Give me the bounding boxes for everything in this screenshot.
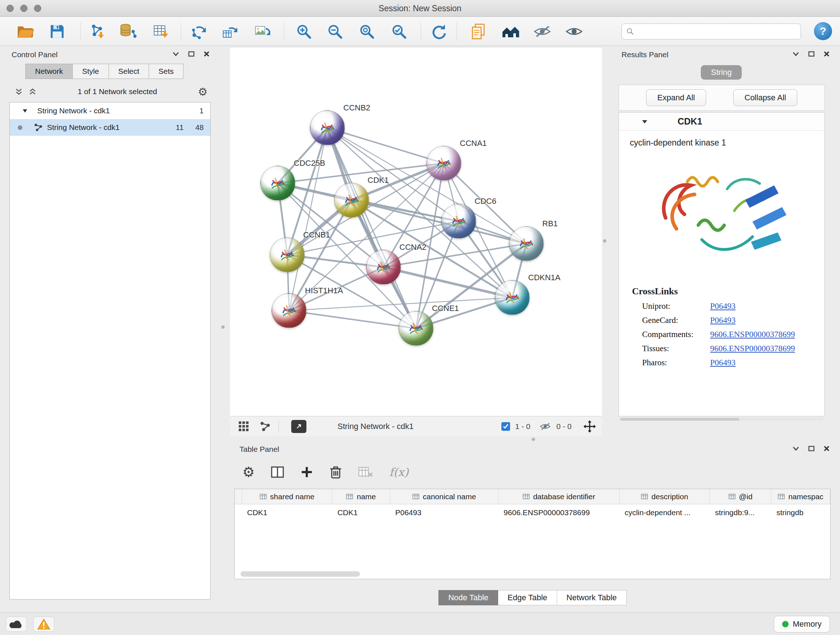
add-column-icon[interactable] (300, 466, 313, 478)
table-cell[interactable]: CDK1 (242, 504, 332, 521)
memory-button[interactable]: Memory (774, 616, 830, 632)
network-canvas[interactable]: CCNB2CCNA1CDC25BCDK1CDC6RB1CCNB1CCNA2CDK… (230, 48, 602, 416)
hide-selected-button[interactable] (532, 21, 553, 42)
network-collection-row[interactable]: String Network - cdk1 1 (10, 103, 210, 119)
column-header-shared-name[interactable]: shared name (242, 489, 332, 504)
crosslink-link[interactable]: P06493 (710, 302, 736, 311)
tab-network[interactable]: Network (25, 64, 73, 79)
network-edge[interactable] (289, 128, 327, 310)
panel-menu-chevron-icon[interactable] (792, 51, 799, 57)
birdseye-view-button[interactable] (291, 420, 306, 433)
selected-checkbox-icon[interactable] (501, 422, 510, 431)
table-cell[interactable]: stringdb:9... (710, 504, 771, 521)
network-edge[interactable] (327, 128, 416, 328)
float-panel-icon[interactable] (808, 446, 815, 451)
network-node-hist1h1a[interactable] (272, 293, 306, 328)
table-horizontal-scrollbar[interactable] (240, 571, 360, 577)
tab-style[interactable]: Style (73, 64, 109, 79)
collapse-all-button[interactable]: Collapse All (733, 89, 797, 106)
column-header-canonical-name[interactable]: canonical name (390, 489, 499, 504)
function-builder-button[interactable]: f(x) (389, 466, 409, 478)
close-panel-icon[interactable] (823, 445, 830, 452)
grid-view-icon[interactable] (238, 421, 249, 432)
copy-document-button[interactable] (468, 21, 488, 42)
network-edge[interactable] (384, 267, 512, 298)
vertical-splitter-handle[interactable] (603, 239, 606, 242)
table-cell[interactable]: CDK1 (332, 504, 390, 521)
network-node-ccna2[interactable] (366, 250, 401, 285)
horizontal-splitter-handle[interactable] (532, 438, 535, 441)
section-collapse-icon[interactable] (641, 119, 648, 124)
network-node-rb1[interactable] (509, 226, 544, 261)
expand-all-icon[interactable] (28, 87, 37, 96)
network-edge[interactable] (289, 310, 416, 328)
tab-network-table[interactable]: Network Table (557, 590, 627, 605)
network-node-cdc25b[interactable] (261, 166, 295, 201)
collapse-all-icon[interactable] (14, 87, 23, 96)
show-all-button[interactable] (564, 21, 584, 42)
column-header-database-identifier[interactable]: database identifier (499, 489, 620, 504)
tree-expander-icon[interactable] (22, 108, 28, 113)
tab-select[interactable]: Select (109, 64, 149, 79)
panel-menu-chevron-icon[interactable] (172, 51, 180, 57)
import-table-file-button[interactable] (151, 21, 172, 42)
tab-string[interactable]: String (701, 65, 742, 80)
table-options-gear-icon[interactable]: ⚙ (242, 464, 255, 480)
close-panel-icon[interactable] (203, 51, 210, 57)
column-header--id[interactable]: @id (710, 489, 771, 504)
search-box[interactable] (622, 24, 801, 40)
network-row[interactable]: String Network - cdk1 11 48 (10, 119, 210, 136)
save-session-button[interactable] (47, 21, 67, 42)
float-panel-icon[interactable] (188, 51, 195, 57)
float-panel-icon[interactable] (808, 51, 815, 57)
network-node-ccna1[interactable] (426, 146, 461, 181)
open-session-button[interactable] (15, 21, 35, 42)
tab-node-table[interactable]: Node Table (439, 590, 498, 605)
select-columns-icon[interactable] (271, 466, 284, 478)
expand-all-button[interactable]: Expand All (646, 89, 706, 106)
cloud-status-button[interactable] (6, 616, 27, 632)
network-share-icon[interactable] (260, 421, 271, 432)
vertical-splitter-handle[interactable] (221, 325, 225, 329)
table-cell[interactable]: 9606.ENSP00000378699 (499, 504, 620, 521)
network-node-cdk1[interactable] (334, 183, 369, 218)
new-network-button[interactable] (189, 21, 210, 42)
import-network-file-button[interactable] (88, 21, 108, 42)
column-header-description[interactable]: description (620, 489, 710, 504)
table-cell[interactable]: P06493 (390, 504, 499, 521)
close-panel-icon[interactable] (823, 51, 830, 57)
network-options-gear-icon[interactable]: ⚙ (198, 86, 208, 98)
warnings-button[interactable] (33, 616, 54, 632)
first-neighbors-button[interactable] (501, 21, 521, 42)
refresh-layout-button[interactable] (429, 21, 449, 42)
tab-edge-table[interactable]: Edge Table (498, 590, 557, 605)
zoom-selected-button[interactable] (389, 21, 409, 42)
tab-sets[interactable]: Sets (149, 64, 183, 79)
pan-move-icon[interactable] (583, 420, 596, 433)
zoom-fit-button[interactable] (357, 21, 377, 42)
column-header-namespac[interactable]: namespac (771, 489, 830, 504)
panel-menu-chevron-icon[interactable] (792, 446, 799, 451)
network-edge[interactable] (327, 128, 444, 163)
table-cell[interactable]: stringdb (771, 504, 830, 521)
delete-column-trash-icon[interactable] (329, 465, 342, 479)
results-horizontal-scrollbar[interactable] (620, 418, 823, 421)
help-button[interactable]: ? (814, 22, 832, 40)
crosslink-link[interactable]: 9606.ENSP00000378699 (710, 330, 795, 339)
gene-section-header[interactable]: CDK1 (619, 112, 824, 131)
crosslink-link[interactable]: P06493 (710, 316, 736, 325)
network-node-ccnb2[interactable] (310, 111, 345, 145)
export-image-button[interactable] (253, 21, 273, 42)
network-node-cdc6[interactable] (441, 204, 476, 239)
crosslink-link[interactable]: 9606.ENSP00000378699 (710, 344, 795, 353)
network-node-ccnb1[interactable] (270, 238, 305, 272)
zoom-out-button[interactable] (325, 21, 345, 42)
hidden-eye-slash-icon[interactable] (539, 422, 551, 431)
new-network-from-selection-button[interactable] (220, 21, 240, 42)
network-node-ccne1[interactable] (399, 311, 433, 346)
table-cell[interactable]: cyclin-dependent ... (620, 504, 710, 521)
import-network-database-button[interactable] (118, 21, 138, 42)
crosslink-link[interactable]: P06493 (710, 358, 736, 367)
column-header-name[interactable]: name (332, 489, 390, 504)
network-node-cdkn1a[interactable] (495, 280, 530, 315)
